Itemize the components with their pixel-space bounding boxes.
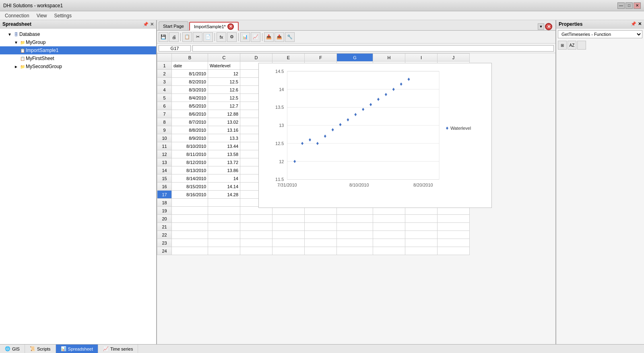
menu-view[interactable]: View <box>33 12 50 19</box>
cell-C10[interactable]: 13.3 <box>208 134 240 142</box>
cell-I23[interactable] <box>405 239 438 247</box>
cell-H22[interactable] <box>373 231 405 239</box>
cell-C7[interactable]: 12.88 <box>208 110 240 118</box>
col-header-H[interactable]: H <box>373 54 405 62</box>
sidebar-close-icon[interactable]: ✕ <box>150 22 154 27</box>
col-header-B[interactable]: B <box>172 54 208 62</box>
properties-dropdown[interactable]: GetTimeseries - Function <box>558 30 642 38</box>
cell-C12[interactable]: 13.58 <box>208 150 240 158</box>
cell-E24[interactable] <box>272 247 305 255</box>
bottom-tab-timeseries[interactable]: 📈 Time series <box>98 345 138 353</box>
cell-G21[interactable] <box>337 223 373 231</box>
cell-B10[interactable]: 8/9/2010 <box>172 134 208 142</box>
tools-button[interactable]: 🔧 <box>285 32 295 42</box>
tree-item-myfirstsheet[interactable]: 📋 MyFirstSheet <box>0 54 156 62</box>
cell-B1[interactable]: date <box>172 62 208 70</box>
col-header-J[interactable]: J <box>438 54 470 62</box>
tree-item-mysecondgroup[interactable]: ► 📁 MySecondGroup <box>0 62 156 71</box>
cell-E22[interactable] <box>272 231 305 239</box>
cell-B23[interactable] <box>172 239 208 247</box>
cell-C24[interactable] <box>208 247 240 255</box>
cell-D21[interactable] <box>240 223 272 231</box>
properties-header-controls[interactable]: 📌 ✕ <box>631 21 642 27</box>
properties-pin-icon[interactable]: 📌 <box>631 21 636 27</box>
cell-E21[interactable] <box>272 223 305 231</box>
print-button[interactable]: 🖨 <box>169 32 179 42</box>
cell-C22[interactable] <box>208 231 240 239</box>
cell-J20[interactable] <box>438 215 470 223</box>
properties-sort-button[interactable]: AZ <box>568 41 576 50</box>
chart-button[interactable]: 📊 <box>240 32 250 42</box>
tree-item-mygroup[interactable]: ▼ 📁 MyGroup <box>0 38 156 46</box>
cell-B4[interactable]: 8/3/2010 <box>172 86 208 94</box>
window-controls[interactable]: — □ ✕ <box>617 2 641 9</box>
cell-C14[interactable]: 13.86 <box>208 166 240 174</box>
cell-C19[interactable] <box>208 207 240 215</box>
cell-C15[interactable]: 14 <box>208 174 240 183</box>
cell-C8[interactable]: 13.02 <box>208 118 240 126</box>
cell-C16[interactable]: 14.14 <box>208 183 240 191</box>
cell-H21[interactable] <box>373 223 405 231</box>
cell-C21[interactable] <box>208 223 240 231</box>
minimize-button[interactable]: — <box>617 2 625 9</box>
properties-blank-button[interactable] <box>577 41 586 50</box>
cell-B13[interactable]: 8/12/2010 <box>172 158 208 166</box>
cell-B24[interactable] <box>172 247 208 255</box>
col-header-I[interactable]: I <box>405 54 438 62</box>
tab-dropdown-button[interactable]: ▼ <box>538 23 544 30</box>
cell-D23[interactable] <box>240 239 272 247</box>
maximize-button[interactable]: □ <box>625 2 633 9</box>
cell-G20[interactable] <box>337 215 373 223</box>
cell-I24[interactable] <box>405 247 438 255</box>
cell-G24[interactable] <box>337 247 373 255</box>
cell-B6[interactable]: 8/5/2010 <box>172 102 208 110</box>
cell-C1[interactable]: Waterlevel <box>208 62 240 70</box>
col-header-C[interactable]: C <box>208 54 240 62</box>
cell-J22[interactable] <box>438 231 470 239</box>
cell-B15[interactable]: 8/14/2010 <box>172 174 208 183</box>
bottom-tab-spreadsheet[interactable]: 📊 Spreadsheet <box>56 345 98 353</box>
cell-H20[interactable] <box>373 215 405 223</box>
cell-J23[interactable] <box>438 239 470 247</box>
cell-C23[interactable] <box>208 239 240 247</box>
close-tab-area-button[interactable]: ✕ <box>545 23 552 30</box>
export-button[interactable]: 📤 <box>275 32 284 42</box>
insert-chart-button[interactable]: 📈 <box>251 32 260 42</box>
cell-J24[interactable] <box>438 247 470 255</box>
cell-H24[interactable] <box>373 247 405 255</box>
cell-B2[interactable]: 8/1/2010 <box>172 70 208 78</box>
formula-bar-input[interactable] <box>192 45 554 52</box>
cell-E20[interactable] <box>272 215 305 223</box>
properties-grid-view-button[interactable]: ⊞ <box>558 41 567 50</box>
bottom-tab-gis[interactable]: 🌐 GIS <box>0 345 25 353</box>
cell-F20[interactable] <box>305 215 337 223</box>
cell-H23[interactable] <box>373 239 405 247</box>
cell-C17[interactable]: 14.28 <box>208 191 240 199</box>
cell-B8[interactable]: 8/7/2010 <box>172 118 208 126</box>
cell-C13[interactable]: 13.72 <box>208 158 240 166</box>
cell-C20[interactable] <box>208 215 240 223</box>
cell-B12[interactable]: 8/11/2010 <box>172 150 208 158</box>
function-button[interactable]: fx <box>217 32 226 42</box>
cell-F22[interactable] <box>305 231 337 239</box>
cell-C3[interactable]: 12.5 <box>208 78 240 86</box>
col-header-F[interactable]: F <box>305 54 337 62</box>
cell-B7[interactable]: 8/6/2010 <box>172 110 208 118</box>
cell-D20[interactable] <box>240 215 272 223</box>
cell-B9[interactable]: 8/8/2010 <box>172 126 208 134</box>
cell-B11[interactable]: 8/10/2010 <box>172 142 208 150</box>
cell-B19[interactable] <box>172 207 208 215</box>
sidebar-controls[interactable]: 📌 ✕ <box>143 22 154 27</box>
cell-J21[interactable] <box>438 223 470 231</box>
cell-C9[interactable]: 13.16 <box>208 126 240 134</box>
copy-button[interactable]: 📋 <box>182 32 192 42</box>
col-header-G[interactable]: G <box>337 54 373 62</box>
cell-B22[interactable] <box>172 231 208 239</box>
cell-C18[interactable] <box>208 199 240 207</box>
paste-button[interactable]: 📄 <box>203 32 213 42</box>
cell-D24[interactable] <box>240 247 272 255</box>
cell-F24[interactable] <box>305 247 337 255</box>
cell-I21[interactable] <box>405 223 438 231</box>
cell-F21[interactable] <box>305 223 337 231</box>
format-button[interactable]: ⚙ <box>227 32 237 42</box>
